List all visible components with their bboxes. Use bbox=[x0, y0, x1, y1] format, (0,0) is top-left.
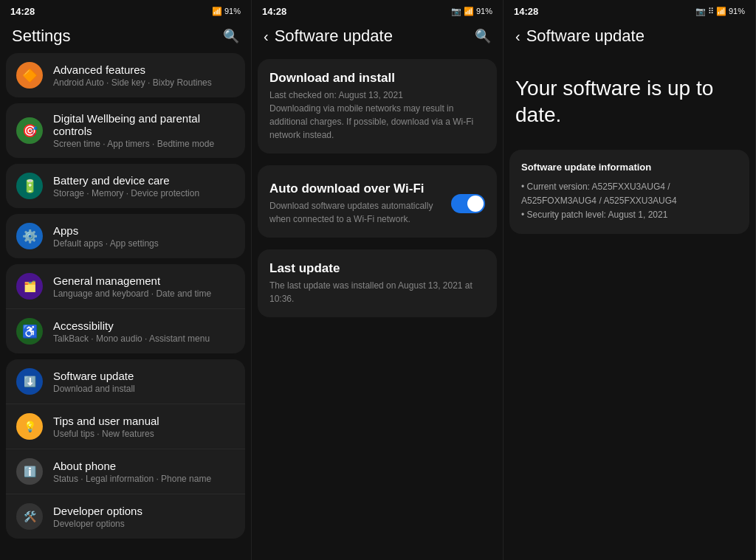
general-icon: 🗂️ bbox=[16, 273, 43, 300]
back-icon-middle[interactable]: ‹ bbox=[264, 28, 269, 45]
status-bar-middle: 14:28 📷 📶 91% bbox=[252, 0, 503, 21]
download-install-title: Download and install bbox=[269, 71, 485, 86]
search-icon-middle[interactable]: 🔍 bbox=[475, 28, 491, 44]
time-right: 14:28 bbox=[514, 6, 538, 17]
settings-list: 🔶 Advanced features Android Auto · Side … bbox=[0, 53, 251, 560]
settings-item-apps[interactable]: ⚙️ Apps Default apps · App settings bbox=[6, 214, 245, 258]
advanced-title: Advanced features bbox=[53, 63, 235, 76]
battery-title: Battery and device care bbox=[53, 174, 235, 187]
apps-title: Apps bbox=[53, 224, 235, 237]
card-general-access: 🗂️ General management Language and keybo… bbox=[6, 264, 245, 353]
settings-title: Settings bbox=[12, 27, 71, 46]
software-info-card: Software update information • Current ve… bbox=[509, 150, 749, 235]
download-install-sub: Last checked on: August 13, 2021Download… bbox=[269, 89, 485, 142]
back-icon-right[interactable]: ‹ bbox=[515, 28, 520, 45]
status-bar-right: 14:28 📷 ⠿ 📶 91% bbox=[504, 0, 755, 21]
time-left: 14:28 bbox=[10, 6, 35, 17]
apps-subtitle: Default apps · App settings bbox=[53, 238, 235, 249]
wellbeing-text: Digital Wellbeing and parental controls … bbox=[53, 112, 235, 149]
battery-right: 91% bbox=[729, 7, 745, 15]
card-battery: 🔋 Battery and device care Storage · Memo… bbox=[6, 164, 245, 208]
settings-item-wellbeing[interactable]: 🎯 Digital Wellbeing and parental control… bbox=[6, 103, 245, 158]
developer-text: Developer options Developer options bbox=[53, 505, 235, 529]
status-icons-left: 📶 91% bbox=[212, 7, 241, 16]
settings-item-software-update[interactable]: ⬇️ Software update Download and install bbox=[6, 359, 245, 404]
wellbeing-subtitle: Screen time · App timers · Bedtime mode bbox=[53, 139, 235, 149]
signal-icon: 📶 bbox=[212, 7, 222, 16]
settings-panel: 14:28 📶 91% Settings 🔍 🔶 Advanced featur… bbox=[0, 0, 252, 560]
advanced-text: Advanced features Android Auto · Side ke… bbox=[53, 63, 235, 88]
card-advanced: 🔶 Advanced features Android Auto · Side … bbox=[6, 53, 245, 97]
auto-download-row: Auto download over Wi-Fi Download softwa… bbox=[269, 182, 485, 226]
signal-icon-m: 📷 bbox=[451, 7, 461, 16]
settings-item-general[interactable]: 🗂️ General management Language and keybo… bbox=[6, 264, 245, 309]
battery-left: 91% bbox=[224, 7, 241, 15]
signal-bars-m: 📶 bbox=[464, 7, 474, 16]
about-title: About phone bbox=[53, 460, 235, 472]
last-update-sub: The last update was installed on August … bbox=[269, 279, 485, 305]
accessibility-icon: ♿ bbox=[16, 318, 43, 345]
photo-icon-r: 📷 bbox=[695, 7, 706, 16]
update-status-panel: 14:28 📷 ⠿ 📶 91% ‹ Software update Your s… bbox=[504, 0, 756, 560]
dots-icon-r: ⠿ bbox=[708, 7, 714, 16]
about-icon: ℹ️ bbox=[16, 458, 43, 485]
status-icons-middle: 📷 📶 91% bbox=[451, 7, 492, 16]
apps-text: Apps Default apps · App settings bbox=[53, 224, 235, 249]
wellbeing-title: Digital Wellbeing and parental controls bbox=[53, 112, 235, 137]
settings-item-battery[interactable]: 🔋 Battery and device care Storage · Memo… bbox=[6, 164, 245, 208]
last-update-card: Last update The last update was installe… bbox=[258, 249, 497, 317]
about-subtitle: Status · Legal information · Phone name bbox=[53, 474, 235, 484]
time-middle: 14:28 bbox=[262, 6, 286, 17]
card-software-group: ⬇️ Software update Download and install … bbox=[6, 359, 245, 539]
settings-header: Settings 🔍 bbox=[0, 21, 251, 53]
software-update-title: Software update bbox=[53, 370, 235, 382]
auto-download-sub: Download software updates automatically … bbox=[269, 199, 442, 226]
battery-icon: 🔋 bbox=[16, 173, 43, 199]
status-bar-left: 14:28 📶 91% bbox=[0, 0, 251, 21]
accessibility-text: Accessibility TalkBack · Mono audio · As… bbox=[53, 319, 235, 344]
software-update-icon: ⬇️ bbox=[16, 368, 43, 395]
download-install-card[interactable]: Download and install Last checked on: Au… bbox=[258, 59, 497, 153]
software-update-header: ‹ Software update 🔍 bbox=[252, 21, 503, 53]
auto-download-card: Auto download over Wi-Fi Download softwa… bbox=[258, 165, 497, 238]
card-apps: ⚙️ Apps Default apps · App settings bbox=[6, 214, 245, 258]
developer-subtitle: Developer options bbox=[53, 519, 235, 529]
auto-download-label: Auto download over Wi-Fi Download softwa… bbox=[269, 182, 442, 226]
advanced-subtitle: Android Auto · Side key · Bixby Routines bbox=[53, 77, 235, 88]
software-update-page-title: Software update bbox=[275, 27, 393, 46]
software-update-panel: 14:28 📷 📶 91% ‹ Software update 🔍 Downlo… bbox=[252, 0, 504, 560]
last-update-title: Last update bbox=[269, 261, 485, 276]
search-icon[interactable]: 🔍 bbox=[223, 28, 239, 44]
general-title: General management bbox=[53, 274, 235, 287]
developer-icon: 🛠️ bbox=[16, 503, 43, 530]
battery-text: Battery and device care Storage · Memory… bbox=[53, 174, 235, 198]
battery-subtitle: Storage · Memory · Device protection bbox=[53, 188, 235, 198]
auto-download-toggle[interactable] bbox=[451, 194, 485, 213]
update-status-header: ‹ Software update bbox=[504, 21, 755, 53]
tips-title: Tips and user manual bbox=[53, 415, 235, 427]
about-text: About phone Status · Legal information ·… bbox=[53, 460, 235, 484]
accessibility-subtitle: TalkBack · Mono audio · Assistant menu bbox=[53, 333, 235, 344]
settings-item-about[interactable]: ℹ️ About phone Status · Legal informatio… bbox=[6, 449, 245, 494]
wellbeing-icon: 🎯 bbox=[16, 117, 43, 144]
general-subtitle: Language and keyboard · Date and time bbox=[53, 288, 235, 299]
tips-icon: 💡 bbox=[16, 413, 43, 440]
header-row-right: ‹ Software update bbox=[515, 27, 645, 46]
settings-item-tips[interactable]: 💡 Tips and user manual Useful tips · New… bbox=[6, 404, 245, 449]
software-update-text: Software update Download and install bbox=[53, 370, 235, 394]
general-text: General management Language and keyboard… bbox=[53, 274, 235, 299]
settings-item-accessibility[interactable]: ♿ Accessibility TalkBack · Mono audio · … bbox=[6, 309, 245, 353]
auto-download-title: Auto download over Wi-Fi bbox=[269, 182, 442, 196]
status-icons-right: 📷 ⠿ 📶 91% bbox=[695, 7, 745, 16]
card-wellbeing: 🎯 Digital Wellbeing and parental control… bbox=[6, 103, 245, 158]
software-update-subtitle: Download and install bbox=[53, 384, 235, 394]
tips-subtitle: Useful tips · New features bbox=[53, 429, 235, 439]
apps-icon: ⚙️ bbox=[16, 223, 43, 249]
software-info-lines: • Current version: A525FXXU3AUG4 / A525F… bbox=[521, 180, 738, 223]
settings-item-developer[interactable]: 🛠️ Developer options Developer options bbox=[6, 494, 245, 539]
settings-item-advanced[interactable]: 🔶 Advanced features Android Auto · Side … bbox=[6, 53, 245, 97]
developer-title: Developer options bbox=[53, 505, 235, 517]
advanced-icon: 🔶 bbox=[16, 62, 43, 89]
signal-right: 📶 bbox=[716, 7, 726, 16]
software-info-heading: Software update information bbox=[521, 162, 738, 173]
